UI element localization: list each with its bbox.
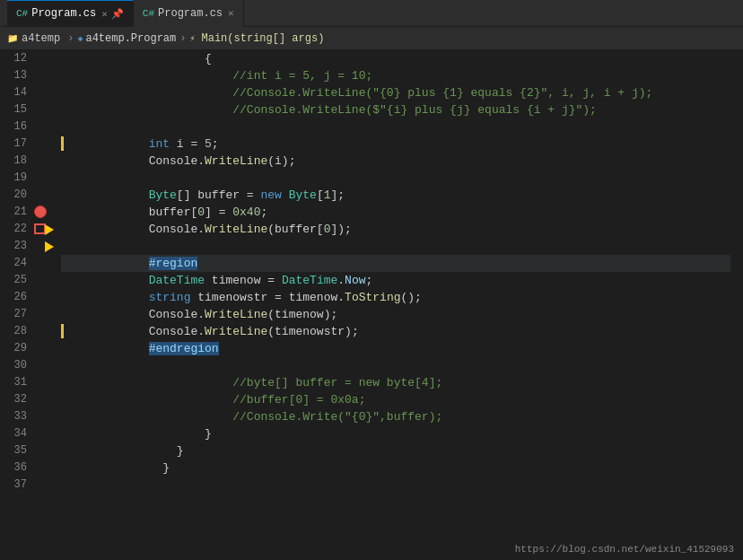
code-line: #region (61, 255, 730, 272)
code-line: //Console.WriteLine($"{i} plus {j} equal… (61, 101, 730, 118)
line-number-row: 37 (0, 477, 61, 494)
line-number-row: 28 (0, 323, 61, 340)
gutter-cell (32, 101, 50, 118)
line-number: 19 (0, 170, 32, 187)
line-number-row: 34 (0, 425, 61, 442)
code-line (61, 477, 730, 494)
gutter-cell (32, 221, 50, 238)
line-number-gutter: 1213141516171819202122232425262728293031… (0, 50, 61, 560)
tab-close-2[interactable]: ✕ (228, 7, 234, 19)
code-line: } (61, 425, 730, 442)
gutter-cell (32, 238, 50, 255)
line-number: 20 (0, 187, 32, 204)
code-line: //int i = 5, j = 10; (61, 67, 730, 84)
scrollbar[interactable] (730, 50, 743, 560)
code-lines: { //int i = 5, j = 10; //Console.WriteLi… (61, 50, 730, 494)
line-number-row: 29 (0, 340, 61, 357)
gutter-cell (32, 67, 50, 84)
line-number-row: 12 (0, 50, 61, 67)
breadcrumb-method[interactable]: Main(string[] args) (202, 32, 325, 45)
line-number: 14 (0, 84, 32, 101)
line-number: 37 (0, 477, 32, 494)
line-number: 15 (0, 101, 32, 118)
line-number: 16 (0, 118, 32, 136)
tab-label-1: Program.cs (31, 7, 96, 20)
breadcrumb-sep-2: › (179, 32, 186, 45)
code-line: } (61, 442, 730, 459)
namespace-icon: ◈ (77, 33, 83, 44)
code-line: DateTime timenow = DateTime.Now; (61, 272, 730, 289)
gutter-cell (32, 204, 50, 221)
gutter-cell (32, 357, 50, 374)
code-line: { (61, 50, 730, 67)
gutter-cell (32, 187, 50, 204)
code-line: Console.WriteLine(timenowstr); (61, 323, 730, 340)
cs-icon-2: C# (143, 8, 154, 19)
code-line: string timenowstr = timenow.ToString(); (61, 289, 730, 306)
line-number-row: 26 (0, 289, 61, 306)
line-number-row: 21 (0, 204, 61, 221)
watermark: https://blog.csdn.net/weixin_41529093 (515, 544, 734, 555)
line-number-row: 30 (0, 357, 61, 374)
gutter-cell (32, 442, 50, 459)
line-number-row: 31 (0, 374, 61, 391)
line-number: 12 (0, 50, 32, 67)
code-area[interactable]: { //int i = 5, j = 10; //Console.WriteLi… (61, 50, 730, 560)
tab-pin-1[interactable]: 📌 (111, 8, 124, 20)
line-number: 27 (0, 306, 32, 323)
code-line: buffer[0] = 0x40; (61, 204, 730, 221)
execution-arrow (45, 224, 54, 235)
line-number-row: 32 (0, 391, 61, 408)
code-line: } (61, 459, 730, 477)
line-number-row: 22 (0, 221, 61, 238)
line-number-row: 16 (0, 118, 61, 136)
gutter-cell (32, 289, 50, 306)
line-number: 23 (0, 238, 32, 255)
line-number: 13 (0, 67, 32, 84)
tab-program-cs-2[interactable]: C# Program.cs ✕ (134, 0, 244, 27)
gutter-cell (32, 306, 50, 323)
method-icon: ⚡ (189, 33, 195, 44)
code-line: //buffer[0] = 0x0a; (61, 391, 730, 408)
line-number-row: 20 (0, 187, 61, 204)
line-number: 17 (0, 136, 32, 153)
line-number-row: 23 (0, 238, 61, 255)
code-line: //byte[] buffer = new byte[4]; (61, 374, 730, 391)
code-line: Console.WriteLine(timenow); (61, 306, 730, 323)
tab-program-cs-1[interactable]: C# Program.cs ✕ 📌 (7, 0, 134, 27)
line-number-row: 19 (0, 170, 61, 187)
line-numbers: 1213141516171819202122232425262728293031… (0, 50, 61, 494)
line-number: 32 (0, 391, 32, 408)
cs-icon: C# (16, 8, 28, 19)
line-number: 30 (0, 357, 32, 374)
line-number: 26 (0, 289, 32, 306)
breakpoint-indicator[interactable] (34, 206, 47, 218)
breadcrumb-sep-1: › (67, 32, 74, 45)
code-line (61, 118, 730, 136)
gutter-cell (32, 340, 50, 357)
code-line (61, 238, 730, 255)
gutter-cell (32, 477, 50, 494)
line-number: 18 (0, 153, 32, 170)
line-number: 34 (0, 425, 32, 442)
line-number-row: 27 (0, 306, 61, 323)
line-number: 21 (0, 204, 32, 221)
gutter-cell (32, 50, 50, 67)
breadcrumb-folder[interactable]: a4temp (22, 32, 60, 45)
code-line: int i = 5; (61, 136, 730, 153)
code-line: Console.WriteLine(buffer[0]); (61, 221, 730, 238)
gutter-cell (32, 153, 50, 170)
breadcrumb-namespace[interactable]: a4temp.Program (85, 32, 176, 45)
gutter-cell (32, 323, 50, 340)
tab-close-1[interactable]: ✕ (101, 8, 108, 20)
line-number-row: 36 (0, 459, 61, 477)
line-number: 36 (0, 459, 32, 477)
line-number-row: 13 (0, 67, 61, 84)
code-line: Byte[] buffer = new Byte[1]; (61, 187, 730, 204)
execution-arrow-only (45, 241, 54, 252)
gutter-cell (32, 408, 50, 425)
code-line: #endregion (61, 340, 730, 357)
gutter-cell (32, 136, 50, 153)
line-number-row: 14 (0, 84, 61, 101)
code-line: //Console.WriteLine("{0} plus {1} equals… (61, 84, 730, 101)
